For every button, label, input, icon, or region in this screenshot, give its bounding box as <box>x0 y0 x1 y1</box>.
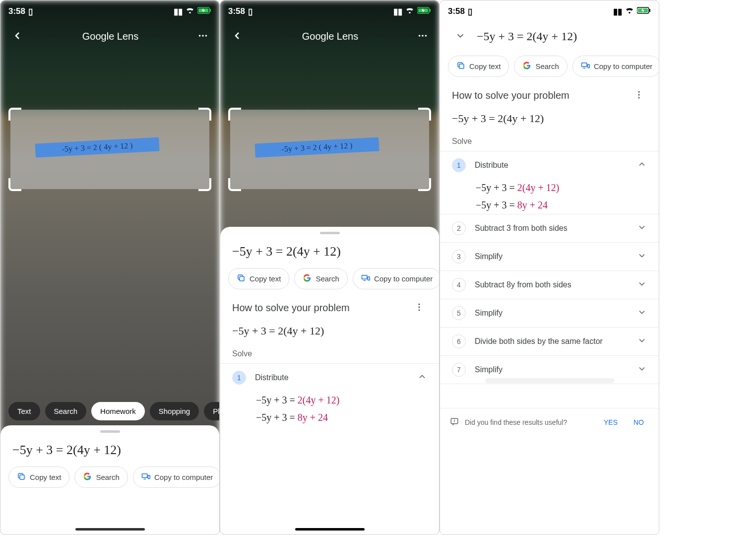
step-badge: 1 <box>232 371 246 385</box>
back-button[interactable] <box>228 27 246 46</box>
step-badge: 1 <box>452 158 466 172</box>
devices-icon <box>581 61 590 71</box>
step-title: Distribute <box>255 373 408 382</box>
step-2[interactable]: 2 Subtract 3 from both sides <box>440 214 659 242</box>
solve-title: How to solve your problem <box>232 302 350 314</box>
step-1[interactable]: 1 Distribute <box>220 363 439 392</box>
notification-icon: ▯ <box>248 6 252 17</box>
svg-rect-2 <box>210 9 211 12</box>
step-line: −5y + 3 = 8y + 24 <box>440 197 659 214</box>
search-button[interactable]: Search <box>294 268 348 289</box>
svg-point-5 <box>205 35 207 37</box>
category-row: Text Search Homework Shopping Places <box>0 402 219 420</box>
svg-point-20 <box>418 309 420 311</box>
notification-icon: ▯ <box>28 6 33 17</box>
svg-point-27 <box>638 91 639 93</box>
category-shopping[interactable]: Shopping <box>150 402 199 420</box>
drag-handle[interactable] <box>320 232 340 234</box>
step-line: −5y + 3 = 2(4y + 12) <box>220 392 439 409</box>
home-indicator[interactable] <box>75 528 145 531</box>
solve-label: Solve <box>440 128 659 151</box>
loading-placeholder <box>485 378 614 383</box>
more-vert-button[interactable] <box>631 87 647 104</box>
svg-point-28 <box>638 94 639 95</box>
devices-icon <box>361 273 370 284</box>
copy-icon <box>17 472 26 482</box>
step-title: Simplify <box>475 252 628 261</box>
crop-corner-tr[interactable] <box>418 108 431 121</box>
copy-text-button[interactable]: Copy text <box>448 56 509 77</box>
step-badge: 7 <box>452 363 466 377</box>
crop-corner-tr[interactable] <box>198 108 211 121</box>
step-badge: 2 <box>452 221 466 235</box>
crop-frame[interactable]: -5y + 3 = 2 ( 4y + 12 ) <box>230 110 429 189</box>
svg-rect-8 <box>148 475 150 479</box>
status-time: 3:58 <box>8 6 25 16</box>
feedback-yes-button[interactable]: YES <box>599 415 623 429</box>
chevron-down-icon <box>637 335 647 347</box>
svg-rect-6 <box>20 475 24 479</box>
svg-rect-16 <box>362 275 367 279</box>
wifi-icon <box>625 6 634 16</box>
category-homework[interactable]: Homework <box>91 402 145 420</box>
copy-text-button[interactable]: Copy text <box>8 467 69 488</box>
copy-icon <box>456 61 465 71</box>
step-5[interactable]: 5 Simplify <box>440 299 659 327</box>
chevron-down-icon <box>637 364 647 376</box>
search-button[interactable]: Search <box>74 467 128 488</box>
svg-point-18 <box>418 304 420 305</box>
svg-point-29 <box>638 97 639 98</box>
crop-corner-br[interactable] <box>198 178 211 191</box>
svg-rect-24 <box>459 64 464 68</box>
chevron-down-icon <box>637 222 647 234</box>
crop-corner-tl[interactable] <box>228 108 241 121</box>
problem-equation: −5y + 3 = 2(4y + 12) <box>440 109 659 128</box>
google-icon <box>83 472 92 482</box>
drag-handle[interactable] <box>100 430 120 433</box>
step-4[interactable]: 4 Subtract 8y from both sides <box>440 270 659 299</box>
svg-point-13 <box>422 35 424 37</box>
chevron-down-icon <box>637 279 647 291</box>
collapse-button[interactable] <box>452 27 469 46</box>
detected-equation: −5y + 3 = 2(4y + 12) <box>0 439 219 462</box>
svg-rect-25 <box>581 63 587 67</box>
copy-to-computer-button[interactable]: Copy to computer <box>353 268 439 289</box>
step-3[interactable]: 3 Simplify <box>440 242 659 270</box>
step-title: Subtract 8y from both sides <box>475 280 628 289</box>
copy-to-computer-button[interactable]: Copy to computer <box>133 467 219 488</box>
step-6[interactable]: 6 Divide both sides by the same factor <box>440 327 659 355</box>
step-1[interactable]: 1 Distribute <box>440 151 659 179</box>
crop-corner-bl[interactable] <box>8 178 21 191</box>
home-indicator[interactable] <box>295 528 365 531</box>
step-badge: 4 <box>452 278 466 292</box>
wifi-icon <box>186 6 194 16</box>
more-button[interactable] <box>194 27 211 46</box>
status-time: 3:58 <box>228 6 245 16</box>
more-button[interactable] <box>414 27 431 46</box>
crop-corner-br[interactable] <box>418 178 431 191</box>
bottom-sheet[interactable]: −5y + 3 = 2(4y + 12) Copy text Search <box>220 227 439 535</box>
crop-corner-tl[interactable] <box>8 108 21 121</box>
crop-corner-bl[interactable] <box>228 178 241 191</box>
back-button[interactable] <box>8 27 26 46</box>
bottom-sheet[interactable]: −5y + 3 = 2(4y + 12) Copy text Search <box>0 425 219 535</box>
problem-equation: −5y + 3 = 2(4y + 12) <box>220 322 439 340</box>
svg-point-14 <box>425 35 427 37</box>
status-bar: 3:58 ▯ ▮▮ <box>220 0 439 22</box>
copy-text-button[interactable]: Copy text <box>228 268 289 289</box>
google-icon <box>303 273 312 284</box>
detected-equation: −5y + 3 = 2(4y + 12) <box>477 30 577 43</box>
category-search[interactable]: Search <box>45 402 87 420</box>
category-text[interactable]: Text <box>8 402 40 420</box>
category-places[interactable]: Places <box>204 402 219 420</box>
copy-to-computer-button[interactable]: Copy to computer <box>572 56 659 77</box>
app-title: Google Lens <box>82 31 138 42</box>
signal-icon: ▮▮ <box>613 6 622 17</box>
status-time: 3:58 <box>448 6 465 16</box>
feedback-no-button[interactable]: NO <box>629 415 649 429</box>
search-button[interactable]: Search <box>514 56 567 77</box>
crop-frame[interactable]: -5y + 3 = 2 ( 4y + 12 ) <box>10 110 209 189</box>
svg-point-31 <box>454 421 455 421</box>
step-line: −5y + 3 = 2(4y + 12) <box>440 179 659 197</box>
more-vert-button[interactable] <box>411 299 427 317</box>
